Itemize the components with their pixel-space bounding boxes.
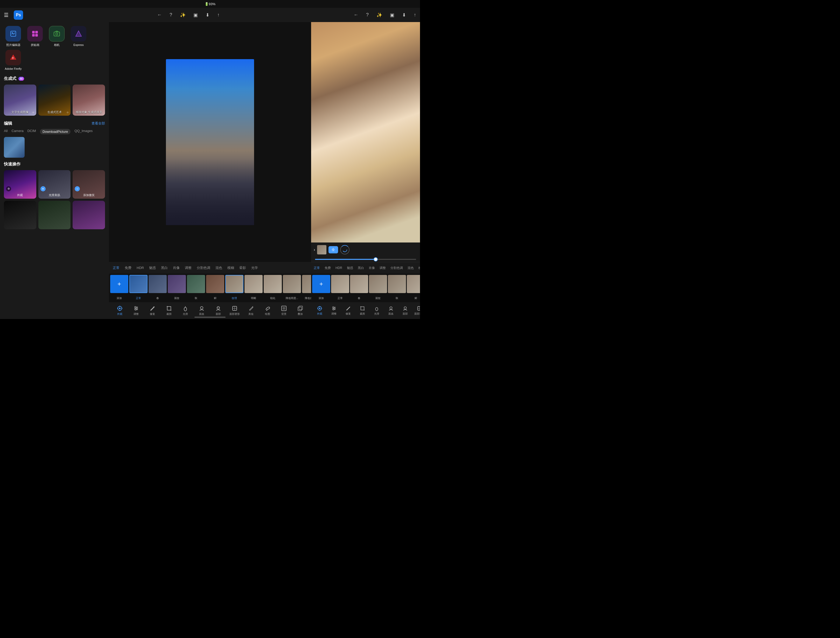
filter-mix[interactable]: 混色 <box>215 266 222 270</box>
right-back-icon[interactable]: ← <box>354 12 358 17</box>
gen-card-remove-obj[interactable]: 移除对象 生成式填充 <box>73 85 105 116</box>
right-add-thumb[interactable]: + <box>312 275 330 293</box>
back-icon[interactable]: ← <box>157 12 162 17</box>
tool-face-shape[interactable]: 面部塑形 <box>227 306 242 316</box>
tool-smooth[interactable]: 光滑 <box>178 306 193 316</box>
gen-card-text-gen[interactable]: 文字生成图像 ○ <box>4 85 36 116</box>
tool-face-blood[interactable]: 面血 <box>195 306 209 316</box>
right-compare-icon[interactable]: ▣ <box>390 12 394 18</box>
rfs-free[interactable]: 免费 <box>325 266 331 270</box>
filter-blur[interactable]: 模糊 <box>227 266 234 270</box>
thumb-texture[interactable] <box>225 275 243 293</box>
rfs-normal[interactable]: 正常 <box>314 266 320 270</box>
rfs-glamour[interactable]: 魅惑 <box>347 266 353 270</box>
magic-icon[interactable]: ✨ <box>180 12 186 18</box>
rfs-portrait[interactable]: 肖像 <box>369 266 375 270</box>
right-controls: › 全 <box>311 242 420 257</box>
right-tool-smooth-label: 光滑 <box>374 312 379 316</box>
app-item-collage[interactable]: 拼贴画 <box>26 26 44 47</box>
right-thumb-spring[interactable] <box>350 275 368 293</box>
right-download-icon[interactable]: ⬇ <box>402 12 406 18</box>
filter-all[interactable]: All <box>4 129 8 135</box>
thumb-spring[interactable] <box>148 275 167 293</box>
right-full-btn[interactable]: 全 <box>328 246 338 253</box>
qa-item-pink[interactable] <box>73 201 105 229</box>
right-thumb-speckle[interactable] <box>369 275 387 293</box>
tool-repair[interactable]: 修复 <box>145 306 160 316</box>
view-all-button[interactable]: 查看全部 <box>92 121 105 126</box>
tool-appearance[interactable]: 外观 <box>112 306 127 316</box>
tool-adjust[interactable]: 调整 <box>129 306 143 316</box>
right-tool-face-part[interactable]: 面部 <box>398 306 412 316</box>
qa-add-smile[interactable]: ☺ 添加微笑 <box>73 170 105 199</box>
tool-face-part[interactable]: 面部 <box>211 306 225 316</box>
right-tool-face[interactable]: 面血 <box>384 306 398 316</box>
thumb-clarity[interactable] <box>245 275 263 293</box>
share-icon[interactable]: ↑ <box>217 12 219 17</box>
thumb-autumn[interactable] <box>187 275 205 293</box>
rfs-hdr[interactable]: HDR <box>335 266 342 270</box>
right-thumb-fresh[interactable] <box>407 275 420 293</box>
compare-icon[interactable]: ▣ <box>193 12 198 18</box>
filter-camera[interactable]: Camera <box>11 129 23 135</box>
right-share-icon[interactable]: ↑ <box>414 12 416 17</box>
right-thumb-autumn[interactable] <box>388 275 406 293</box>
right-tool-smooth[interactable]: 光滑 <box>369 306 384 316</box>
right-tool-adjust[interactable]: 调整 <box>327 306 341 316</box>
photo-thumbnail[interactable] <box>4 137 25 158</box>
thumb-speckle[interactable] <box>168 275 186 293</box>
thumb-normal[interactable] <box>129 275 147 293</box>
tool-paint[interactable]: 绘图 <box>260 306 275 316</box>
right-help-icon[interactable]: ? <box>366 12 369 17</box>
right-controls-arrow[interactable]: › <box>314 247 315 252</box>
filter-normal[interactable]: 正常 <box>113 266 120 270</box>
app-item-camera[interactable]: 相机 <box>47 26 66 47</box>
add-thumb-button[interactable]: + <box>110 275 128 293</box>
filter-bw[interactable]: 黑白 <box>161 266 168 270</box>
right-thumb-normal[interactable] <box>331 275 349 293</box>
right-tool-face-shape[interactable]: 面部塑形 <box>412 306 420 316</box>
rfs-blur[interactable]: 模糊 <box>418 266 420 270</box>
app-item-photo-editor[interactable]: 照片编辑器 <box>4 26 22 47</box>
right-slider[interactable] <box>315 259 416 260</box>
hamburger-menu-icon[interactable]: ☰ <box>4 12 9 18</box>
filter-glamour[interactable]: 魅惑 <box>149 266 156 270</box>
qa-item-man[interactable] <box>4 201 36 229</box>
filter-hdr[interactable]: HDR <box>137 266 144 270</box>
tool-bg[interactable]: 背景 <box>276 306 291 316</box>
right-slider-thumb[interactable] <box>374 257 378 261</box>
rfs-mix[interactable]: 混色 <box>407 266 414 270</box>
tool-overlay[interactable]: 叠加 <box>293 306 308 316</box>
help-icon[interactable]: ? <box>169 12 172 17</box>
filter-adjust[interactable]: 调整 <box>185 266 192 270</box>
qa-appearance[interactable]: ⚙ 外观 <box>4 170 36 199</box>
thumb-sharpen[interactable] <box>264 275 282 293</box>
filter-optics[interactable]: 光学 <box>251 266 258 270</box>
photoshop-logo[interactable]: Ps <box>14 10 23 20</box>
app-item-express[interactable]: Express <box>69 26 88 47</box>
filter-vignette[interactable]: 晕影 <box>239 266 246 270</box>
rfs-bw[interactable]: 黑白 <box>358 266 364 270</box>
filter-portrait[interactable]: 肖像 <box>173 266 180 270</box>
right-tool-appearance[interactable]: 外观 <box>313 306 327 316</box>
app-item-firefly[interactable]: ff Adobe Firefly <box>4 50 22 71</box>
qa-smooth-skin[interactable]: ● 光滑美肌 <box>38 170 71 199</box>
filter-free[interactable]: 免费 <box>125 266 131 270</box>
thumb-reduce-brightness[interactable] <box>283 275 301 293</box>
rfs-split[interactable]: 分割色调 <box>390 266 403 270</box>
tool-crop[interactable]: 裁剪 <box>162 306 176 316</box>
rfs-adjust[interactable]: 调整 <box>379 266 386 270</box>
thumb-reduce-color[interactable] <box>302 275 311 293</box>
tool-makeup[interactable]: 美妆 <box>244 306 258 316</box>
right-tool-crop[interactable]: 裁剪 <box>355 306 369 316</box>
gen-card-gen-art[interactable]: 生成式艺术 ○ <box>38 85 71 116</box>
filter-download[interactable]: DownloadPicture <box>40 129 71 135</box>
download-icon[interactable]: ⬇ <box>205 12 210 18</box>
filter-split-tone[interactable]: 分割色调 <box>197 266 210 270</box>
right-tool-repair[interactable]: 修复 <box>341 306 355 316</box>
right-magic-icon[interactable]: ✨ <box>376 12 382 18</box>
thumb-fresh[interactable] <box>206 275 224 293</box>
filter-qq[interactable]: QQ_Images <box>74 129 93 135</box>
qa-item-eye[interactable] <box>38 201 71 229</box>
filter-dcim[interactable]: DCIM <box>27 129 36 135</box>
